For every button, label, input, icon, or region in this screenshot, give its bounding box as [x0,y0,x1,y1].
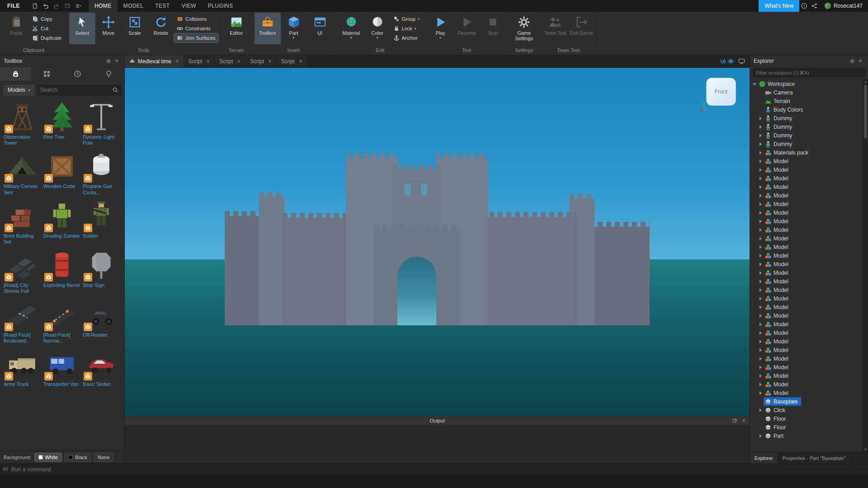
doc-tab[interactable]: Script× [276,55,307,67]
background-option-none[interactable]: None [94,453,113,462]
explorer-item[interactable]: Model [750,191,862,200]
expand-arrow-icon[interactable] [758,287,764,293]
expand-arrow-icon[interactable] [758,244,764,250]
explorer-item[interactable]: Model [750,260,862,268]
explorer-item[interactable]: Model [750,268,862,277]
customize-toolbar-icon[interactable] [73,1,83,11]
exit-game-button[interactable]: Exit Game [568,13,594,44]
toolbox-item[interactable]: Observation Tower [3,100,42,146]
constraints-toggle[interactable]: Constraints [174,24,218,33]
doc-tab[interactable]: Script× [245,55,276,67]
expand-arrow-icon[interactable] [758,235,764,241]
explorer-item[interactable]: Model [750,157,862,165]
part-button[interactable]: Part ▾ [281,13,307,44]
toolbox-item[interactable]: Pine Tree [42,100,81,146]
explorer-filter-input[interactable] [753,68,865,77]
lock-button[interactable]: Lock▾ [391,24,423,33]
explorer-item[interactable]: Model [750,389,862,397]
expand-arrow-icon[interactable] [758,313,764,319]
cut-button[interactable]: Cut [29,24,64,33]
expand-arrow-icon[interactable] [758,338,764,344]
scroll-up-icon[interactable]: ▲ [863,79,868,84]
expand-arrow-icon[interactable] [758,433,764,439]
collisions-toggle[interactable]: Collisions [174,14,218,23]
close-tab-icon[interactable]: × [268,58,272,65]
tab-marketplace[interactable] [0,67,31,81]
close-tab-icon[interactable]: × [237,58,241,65]
close-tab-icon[interactable]: × [175,58,179,65]
close-tab-icon[interactable]: × [299,58,302,65]
explorer-item[interactable]: Model [750,234,862,243]
game-settings-button[interactable]: Game Settings [511,13,537,44]
copy-button[interactable]: Copy [29,14,64,23]
duplicate-button[interactable]: Duplicate [29,33,64,42]
redo-icon[interactable] [52,1,61,11]
expand-arrow-icon[interactable] [758,158,764,164]
expand-arrow-icon[interactable] [758,330,764,336]
toolbox-item[interactable]: Drooling Zombie [42,199,81,245]
explorer-scrollbar[interactable]: ▲ ▼ [863,79,868,452]
expand-arrow-icon[interactable] [758,201,764,207]
expand-arrow-icon[interactable] [758,192,764,198]
close-panel-icon[interactable]: × [113,57,121,65]
panel-options-gear-icon[interactable] [104,57,113,65]
panel-tab[interactable]: Explorer [750,452,778,464]
category-dropdown[interactable]: Models▾ [4,85,34,95]
user-account[interactable]: Rosecat147 [819,0,868,12]
explorer-item[interactable]: Dummy [750,122,862,131]
panel-tab[interactable]: Properties - Part "Baseplate" [778,452,851,464]
file-menu-button[interactable]: FILE [0,0,27,12]
team-test-button[interactable]: Team Test [542,13,568,44]
undo-icon[interactable] [41,1,51,11]
toolbox-item[interactable]: Basic Sedan [82,347,121,393]
explorer-item[interactable]: Model [750,208,862,217]
tab-creations[interactable] [93,67,124,81]
menubar-tab-home[interactable]: HOME [89,0,118,12]
whats-new-button[interactable]: What's New [759,0,799,12]
scale-tool-button[interactable]: Scale [122,13,148,44]
anchor-button[interactable]: Anchor [391,33,423,42]
doc-tab[interactable]: Medieval time× [125,55,184,67]
float-panel-icon[interactable] [731,418,738,424]
explorer-item[interactable]: Model [750,337,862,346]
explorer-item[interactable]: Model [750,165,862,174]
scroll-down-icon[interactable]: ▼ [863,446,868,452]
rotate-tool-button[interactable]: Rotate [148,13,174,44]
menubar-tab-plugins[interactable]: PLUGINS [202,0,239,12]
output-panel-header[interactable]: Output × [125,416,750,425]
expand-arrow-icon[interactable] [758,227,764,233]
scrollbar-thumb[interactable] [864,85,867,138]
quick-access-icon[interactable] [62,1,72,11]
expand-arrow-icon[interactable] [758,373,764,379]
expand-arrow-icon[interactable] [758,270,764,276]
explorer-item[interactable]: Model [750,363,862,371]
explorer-item[interactable]: Dummy [750,114,862,122]
ui-button[interactable]: UI [307,13,333,44]
material-button[interactable]: Material ▾ [338,13,364,44]
expand-arrow-icon[interactable] [758,407,764,413]
doc-tab[interactable]: Script× [184,55,215,67]
explorer-item[interactable]: Model [750,346,862,354]
explorer-item[interactable]: Baseplate [750,397,862,406]
explorer-item[interactable]: Model [750,303,862,311]
expand-arrow-icon[interactable] [758,184,764,190]
toolbox-item[interactable]: Military Canvas Tent [3,150,42,195]
terrain-editor-button[interactable]: Editor [223,13,250,44]
toolbox-item[interactable]: [Road Pack] Narrow... [42,298,81,344]
explorer-item[interactable]: Model [750,174,862,183]
command-bar[interactable] [0,464,868,474]
explorer-item[interactable]: Model [750,277,862,286]
explorer-item[interactable]: Model [750,311,862,320]
explorer-item[interactable]: Terrain [750,97,862,105]
explorer-item[interactable]: Floor [750,423,862,432]
view-cube[interactable]: Front [706,78,736,106]
share-icon[interactable] [809,1,819,11]
resume-button[interactable]: Resume [453,13,480,44]
menubar-tab-test[interactable]: TEST [149,0,175,12]
explorer-item[interactable]: Camera [750,88,862,97]
command-input[interactable] [11,466,865,473]
toolbox-item[interactable]: [Road Pack] Boulevard... [3,298,42,344]
toolbox-button[interactable]: Toolbox [255,13,281,44]
explorer-item[interactable]: Materials pack [750,148,862,157]
explorer-item[interactable]: Model [750,286,862,294]
